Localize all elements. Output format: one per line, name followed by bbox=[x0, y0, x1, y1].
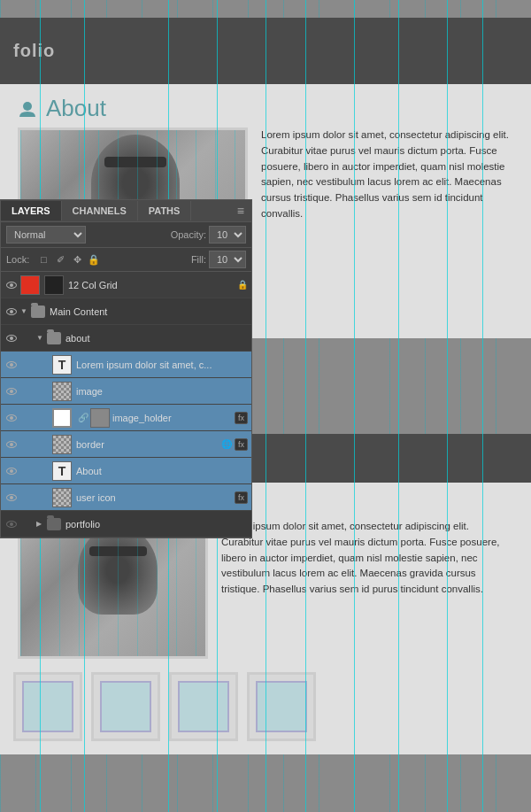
visibility-icon-image[interactable] bbox=[4, 384, 19, 398]
bottom-photo bbox=[18, 519, 208, 659]
layer-thumb-border bbox=[52, 435, 72, 454]
layer-row-image-holder[interactable]: 🔗 image_holder fx bbox=[1, 405, 251, 431]
about-body-text: Lorem ipsum dolor sit amet, consectetur … bbox=[261, 128, 513, 247]
layer-name-user-icon: user icon bbox=[76, 492, 232, 503]
lock-label: Lock: bbox=[6, 254, 29, 265]
blend-opacity-controls: Normal Opacity: 100% bbox=[1, 222, 251, 248]
bottom-thumb-4 bbox=[247, 672, 316, 741]
layers-tab-bar: LAYERS CHANNELS PATHS ≡ bbox=[1, 200, 251, 222]
layer-name-main: Main Content bbox=[50, 306, 248, 317]
layer-name-portfolio: portfolio bbox=[65, 519, 248, 530]
lock-move-icon[interactable]: ✥ bbox=[71, 253, 83, 266]
opacity-control: Opacity: 100% bbox=[171, 226, 246, 244]
layer-row-portfolio[interactable]: ▶ portfolio bbox=[1, 511, 251, 537]
thumb-spacer2 bbox=[242, 260, 312, 329]
layer-fx-user-icon: fx bbox=[235, 491, 248, 504]
layer-thumb-lorem: T bbox=[52, 355, 72, 375]
visibility-icon-about-text[interactable] bbox=[4, 464, 19, 478]
fill-label: Fill: bbox=[191, 254, 206, 265]
expand-arrow-portfolio[interactable]: ▶ bbox=[36, 520, 45, 528]
opacity-label: Opacity: bbox=[171, 229, 206, 240]
tab-layers[interactable]: LAYERS bbox=[1, 201, 62, 220]
visibility-icon-grid[interactable] bbox=[4, 278, 19, 292]
visibility-icon-user-icon[interactable] bbox=[4, 491, 19, 505]
nav-item-folio: folio bbox=[13, 41, 55, 61]
visibility-icon-lorem[interactable] bbox=[4, 358, 19, 372]
layer-name-border: border bbox=[76, 439, 219, 450]
layer-globe-border: 🌐 bbox=[221, 439, 232, 449]
layer-name-about-text: About bbox=[76, 466, 248, 476]
layer-fx-border: fx bbox=[235, 438, 248, 451]
fill-select[interactable]: 100% bbox=[209, 251, 246, 268]
visibility-icon-main[interactable] bbox=[4, 305, 19, 319]
top-nav-bar: folio bbox=[0, 18, 531, 84]
about-page-title: About bbox=[46, 95, 106, 122]
lock-transparent-icon[interactable]: □ bbox=[37, 253, 50, 266]
layer-thumb-image-holder bbox=[52, 408, 72, 428]
visibility-icon-about-group[interactable] bbox=[4, 331, 19, 345]
layer-fx-image-holder: fx bbox=[235, 412, 248, 424]
layer-row-main-content[interactable]: ▼ Main Content bbox=[1, 298, 251, 325]
bottom-thumb-3 bbox=[169, 672, 238, 741]
lock-image-icon[interactable]: ✐ bbox=[54, 253, 66, 266]
lock-all-icon[interactable]: 🔒 bbox=[88, 253, 100, 266]
visibility-icon-image-holder[interactable] bbox=[4, 411, 19, 425]
tab-channels[interactable]: CHANNELS bbox=[62, 201, 138, 220]
layers-panel: LAYERS CHANNELS PATHS ≡ Normal Opacity: … bbox=[0, 199, 252, 538]
folder-icon-portfolio bbox=[47, 518, 61, 530]
layer-thumb-about-text: T bbox=[52, 461, 72, 481]
expand-arrow-about[interactable]: ▼ bbox=[36, 334, 45, 342]
layer-row-about-group[interactable]: ▼ about bbox=[1, 325, 251, 352]
layer-mask-grid bbox=[44, 275, 64, 295]
layer-row-image[interactable]: image bbox=[1, 378, 251, 405]
bottom-body-text: Lorem ipsum dolor sit amet, consectetur … bbox=[221, 519, 513, 659]
blend-mode-select[interactable]: Normal bbox=[6, 226, 86, 244]
layer-row-user-icon[interactable]: user icon fx bbox=[1, 484, 251, 511]
layer-row-border[interactable]: border 🌐 fx bbox=[1, 431, 251, 458]
lock-fill-controls: Lock: □ ✐ ✥ 🔒 Fill: 100% bbox=[1, 248, 251, 272]
expand-arrow-main[interactable]: ▼ bbox=[20, 307, 29, 315]
bottom-thumb-2 bbox=[91, 672, 160, 741]
fill-control: Fill: 100% bbox=[191, 251, 246, 268]
user-icon bbox=[18, 99, 37, 119]
layer-row-grid[interactable]: 12 Col Grid 🔒 bbox=[1, 272, 251, 298]
layer-thumb-image bbox=[52, 382, 72, 401]
layer-name-image: image bbox=[76, 386, 248, 397]
folder-icon-about bbox=[47, 332, 61, 344]
layer-link-icon: 🔗 bbox=[78, 413, 88, 422]
folder-icon-main bbox=[31, 305, 45, 318]
layer-name-lorem: Lorem ipsum dolor sit amet, c... bbox=[76, 360, 248, 370]
layer-row-about-text[interactable]: T About bbox=[1, 458, 251, 484]
bottom-thumb-1 bbox=[13, 672, 82, 741]
layer-thumb-user-icon bbox=[52, 488, 72, 507]
layer-mask-image-holder bbox=[90, 408, 110, 428]
bottom-content-row: Lorem ipsum dolor sit amet, consectetur … bbox=[0, 519, 531, 668]
visibility-icon-portfolio[interactable] bbox=[4, 517, 19, 531]
layer-name-about-group: about bbox=[65, 333, 248, 344]
tab-paths[interactable]: PATHS bbox=[138, 201, 192, 220]
layer-name-grid: 12 Col Grid bbox=[68, 280, 235, 290]
layer-name-image-holder: image_holder bbox=[112, 413, 232, 423]
visibility-icon-border[interactable] bbox=[4, 437, 19, 452]
panel-menu-icon[interactable]: ≡ bbox=[230, 200, 251, 221]
layer-thumb-grid bbox=[20, 275, 40, 295]
layer-row-lorem[interactable]: T Lorem ipsum dolor sit amet, c... bbox=[1, 352, 251, 378]
layer-lock-icon: 🔒 bbox=[237, 280, 248, 290]
about-heading-row: About bbox=[0, 84, 531, 128]
svg-point-0 bbox=[23, 102, 32, 111]
bottom-thumbnail-grid bbox=[0, 668, 531, 754]
opacity-select[interactable]: 100% bbox=[209, 226, 246, 244]
